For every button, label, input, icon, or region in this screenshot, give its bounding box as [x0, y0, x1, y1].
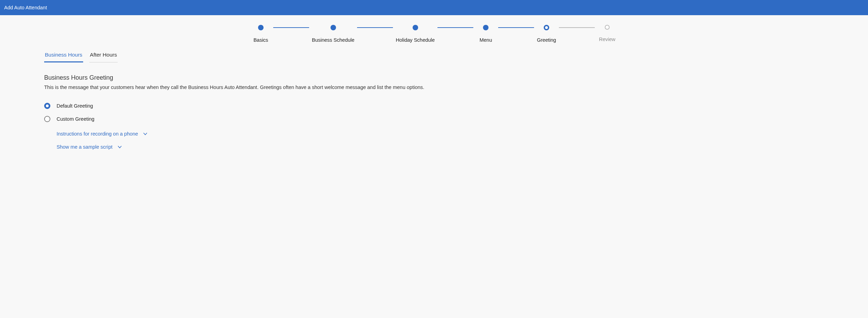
- main-content: Business Hours After Hours Business Hour…: [0, 50, 868, 163]
- radio-selected-icon: [44, 103, 50, 109]
- page-header: Add Auto Attendant: [0, 0, 868, 15]
- step-dot-icon: [605, 25, 610, 30]
- greeting-hours-tabs: Business Hours After Hours: [44, 50, 824, 62]
- greeting-option-custom[interactable]: Custom Greeting: [44, 116, 824, 122]
- step-review[interactable]: Review: [598, 25, 617, 42]
- radio-label: Custom Greeting: [57, 116, 95, 122]
- link-label: Show me a sample script: [57, 144, 112, 150]
- step-label: Basics: [254, 37, 268, 43]
- radio-unselected-icon: [44, 116, 50, 122]
- step-label: Review: [599, 37, 615, 42]
- step-label: Holiday Schedule: [396, 37, 435, 43]
- step-connector: [498, 27, 534, 28]
- radio-label: Default Greeting: [57, 103, 93, 109]
- step-menu[interactable]: Menu: [476, 25, 495, 43]
- step-label: Menu: [480, 37, 492, 43]
- page-title: Add Auto Attendant: [4, 5, 47, 10]
- custom-greeting-links: Instructions for recording on a phone Sh…: [44, 131, 824, 150]
- link-label: Instructions for recording on a phone: [57, 131, 138, 137]
- step-dot-icon: [483, 25, 489, 30]
- tab-business-hours[interactable]: Business Hours: [44, 50, 83, 62]
- link-sample-script[interactable]: Show me a sample script: [57, 144, 122, 150]
- step-greeting[interactable]: Greeting: [537, 25, 556, 43]
- tab-label: After Hours: [90, 52, 117, 58]
- greeting-option-default[interactable]: Default Greeting: [44, 103, 824, 109]
- step-connector: [273, 27, 309, 28]
- step-connector: [437, 27, 473, 28]
- greeting-mode-radio-group: Default Greeting Custom Greeting: [44, 103, 824, 122]
- step-connector: [559, 27, 595, 28]
- chevron-down-icon: [117, 145, 122, 149]
- step-label: Greeting: [537, 37, 556, 43]
- step-holiday-schedule[interactable]: Holiday Schedule: [396, 25, 435, 43]
- step-basics[interactable]: Basics: [251, 25, 270, 43]
- link-recording-instructions[interactable]: Instructions for recording on a phone: [57, 131, 148, 137]
- section-description: This is the message that your customers …: [44, 83, 824, 91]
- step-label: Business Schedule: [312, 37, 354, 43]
- step-dot-icon: [544, 25, 549, 30]
- step-dot-icon: [258, 25, 264, 30]
- step-connector: [357, 27, 393, 28]
- wizard-stepper: Basics Business Schedule Holiday Schedul…: [0, 15, 868, 50]
- step-business-schedule[interactable]: Business Schedule: [312, 25, 354, 43]
- step-dot-icon: [413, 25, 418, 30]
- tab-label: Business Hours: [45, 52, 82, 58]
- chevron-down-icon: [143, 131, 148, 136]
- step-dot-icon: [331, 25, 336, 30]
- section-title: Business Hours Greeting: [44, 74, 824, 81]
- tab-after-hours[interactable]: After Hours: [89, 50, 118, 62]
